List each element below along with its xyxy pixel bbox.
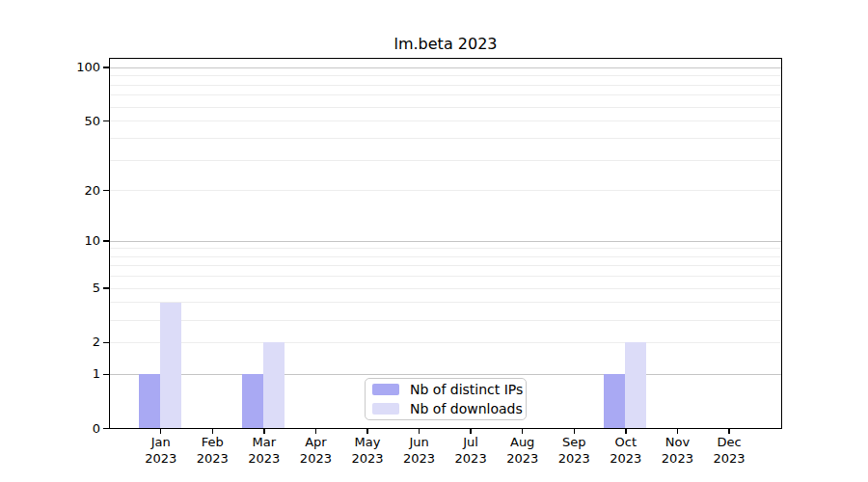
y-tick-50 xyxy=(103,120,109,122)
gridline-y-20 xyxy=(110,190,781,191)
gridline-y-40 xyxy=(110,138,781,139)
gridline-y-8 xyxy=(110,256,781,257)
y-tick-10 xyxy=(103,240,109,242)
gridline-y-10 xyxy=(110,241,781,242)
bar-oct-downloads xyxy=(625,342,646,428)
gridline-y-4 xyxy=(110,302,781,303)
legend-item-downloads: Nb of downloads xyxy=(372,401,526,417)
gridline-y-1 xyxy=(110,374,781,375)
y-tick-label-0: 0 xyxy=(0,421,100,437)
y-tick-label-10: 10 xyxy=(0,233,100,249)
gridline-y-2 xyxy=(110,342,781,343)
gridline-y-6 xyxy=(110,276,781,277)
chart-title: lm.beta 2023 xyxy=(109,35,782,53)
legend-item-distinct-ips: Nb of distinct IPs xyxy=(372,382,526,398)
gridline-y-90 xyxy=(110,75,781,76)
y-tick-label-2: 2 xyxy=(0,335,100,350)
y-tick-5 xyxy=(103,287,109,289)
bar-mar-downloads xyxy=(263,342,285,428)
gridline-y-5 xyxy=(110,288,781,289)
gridline-y-80 xyxy=(110,85,781,86)
y-tick-label-20: 20 xyxy=(0,183,100,199)
gridline-y-30 xyxy=(110,160,781,161)
chart-canvas: lm.beta 2023 0125102050100 Jan 2023Feb 2… xyxy=(0,0,868,482)
y-tick-2 xyxy=(103,342,109,344)
y-tick-label-100: 100 xyxy=(0,60,100,75)
y-tick-label-5: 5 xyxy=(0,281,100,296)
gridline-y-7 xyxy=(110,265,781,266)
plot-area xyxy=(109,58,782,429)
gridline-y-60 xyxy=(110,107,781,108)
gridline-y-100 xyxy=(110,67,781,68)
gridline-y-50 xyxy=(110,120,781,121)
bar-oct-distinct-ips xyxy=(604,374,625,428)
gridline-y-70 xyxy=(110,94,781,95)
bar-jan-distinct-ips xyxy=(139,374,160,428)
x-tick-label-dec: Dec 2023 xyxy=(694,434,764,467)
y-tick-label-1: 1 xyxy=(0,366,100,382)
y-tick-1 xyxy=(103,374,109,376)
bar-jan-downloads xyxy=(160,303,181,429)
legend-label-downloads: Nb of downloads xyxy=(410,401,523,417)
legend: Nb of distinct IPs Nb of downloads xyxy=(365,378,527,420)
y-tick-label-50: 50 xyxy=(0,114,100,129)
legend-label-distinct-ips: Nb of distinct IPs xyxy=(410,382,523,398)
y-tick-0 xyxy=(103,428,109,430)
bar-mar-distinct-ips xyxy=(242,374,263,428)
y-tick-20 xyxy=(103,190,109,192)
gridline-y-9 xyxy=(110,248,781,249)
y-tick-100 xyxy=(103,67,109,68)
gridline-y-3 xyxy=(110,320,781,321)
legend-swatch-downloads xyxy=(372,403,399,415)
legend-swatch-distinct-ips xyxy=(372,384,399,395)
